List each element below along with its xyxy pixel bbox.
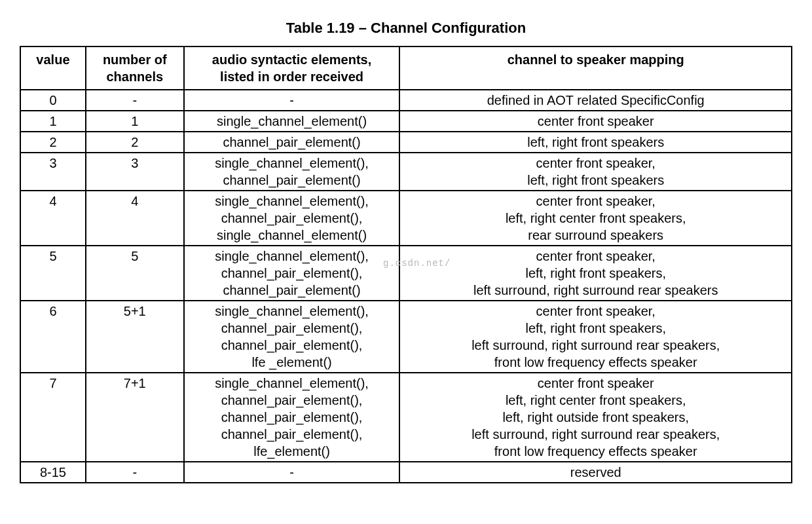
cell-value: 5 [20,246,86,301]
header-value: value [20,47,86,90]
header-channels: number of channels [86,47,184,90]
cell-elements: single_channel_element(), channel_pair_e… [184,246,400,301]
cell-mapping: center front speaker left, right center … [399,373,792,462]
table-title: Table 1.19 – Channel Configuration [20,20,792,37]
cell-value: 6 [20,301,86,373]
cell-channels: 3 [86,153,184,191]
cell-elements: single_channel_element() [184,111,400,132]
cell-elements: channel_pair_element() [184,132,400,153]
cell-value: 4 [20,191,86,246]
cell-value: 7 [20,373,86,462]
table-row: 11single_channel_element()center front s… [20,111,792,132]
channel-config-table: value number of channels audio syntactic… [20,46,792,483]
table-header-row: value number of channels audio syntactic… [20,47,792,90]
cell-channels: 2 [86,132,184,153]
cell-channels: 5 [86,246,184,301]
cell-value: 8-15 [20,462,86,483]
cell-mapping: left, right front speakers [399,132,792,153]
table-row: 22channel_pair_element()left, right fron… [20,132,792,153]
table-row: 65+1single_channel_element(), channel_pa… [20,301,792,373]
cell-channels: 5+1 [86,301,184,373]
cell-mapping: center front speaker [399,111,792,132]
cell-elements: single_channel_element(), channel_pair_e… [184,373,400,462]
cell-elements: single_channel_element(), channel_pair_e… [184,301,400,373]
cell-value: 0 [20,90,86,111]
cell-value: 3 [20,153,86,191]
table-row: 55single_channel_element(), channel_pair… [20,246,792,301]
cell-elements: single_channel_element(), channel_pair_e… [184,153,400,191]
header-elements: audio syntactic elements, listed in orde… [184,47,400,90]
table-row: 77+1single_channel_element(), channel_pa… [20,373,792,462]
cell-elements: - [184,462,400,483]
cell-mapping: center front speaker, left, right front … [399,246,792,301]
cell-mapping: center front speaker, left, right front … [399,153,792,191]
cell-channels: 1 [86,111,184,132]
table-row: 44single_channel_element(), channel_pair… [20,191,792,246]
cell-mapping: center front speaker, left, right center… [399,191,792,246]
cell-mapping: center front speaker, left, right front … [399,301,792,373]
header-mapping: channel to speaker mapping [399,47,792,90]
table-row: 8-15--reserved [20,462,792,483]
table-row: 33single_channel_element(), channel_pair… [20,153,792,191]
cell-value: 2 [20,132,86,153]
cell-elements: single_channel_element(), channel_pair_e… [184,191,400,246]
cell-channels: 4 [86,191,184,246]
cell-channels: - [86,462,184,483]
cell-mapping: reserved [399,462,792,483]
table-row: 0--defined in AOT related SpecificConfig [20,90,792,111]
cell-value: 1 [20,111,86,132]
cell-channels: 7+1 [86,373,184,462]
cell-mapping: defined in AOT related SpecificConfig [399,90,792,111]
cell-elements: - [184,90,400,111]
cell-channels: - [86,90,184,111]
